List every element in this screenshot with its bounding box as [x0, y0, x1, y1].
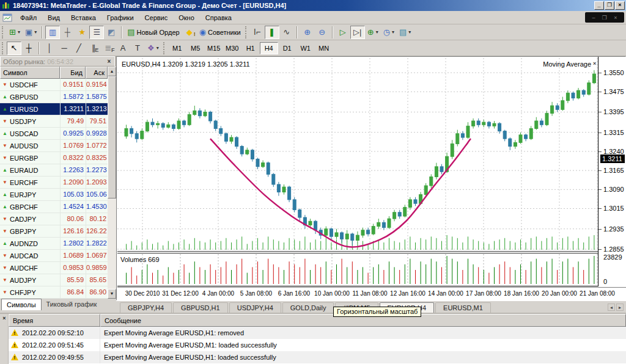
- symbol-row-audnzd[interactable]: ▲AUDNZD1.28021.2822: [0, 238, 108, 250]
- candlestick-button[interactable]: ❚: [265, 26, 279, 39]
- symbol-row-audcad[interactable]: ▼AUDCAD1.06891.0697: [0, 250, 108, 262]
- profiles-button[interactable]: ▣▾: [23, 26, 39, 39]
- chart-system-menu-icon[interactable]: [2, 13, 12, 22]
- fibonacci-button[interactable]: ≣F: [101, 42, 116, 55]
- auto-scroll-button[interactable]: ▷: [336, 26, 350, 39]
- symbol-row-euraud[interactable]: ▲EURAUD1.22631.2273: [0, 164, 108, 177]
- menu-вид[interactable]: Вид: [42, 12, 65, 23]
- log-row[interactable]: !2012.02.20 09:51:45Expert Moving Averag…: [9, 339, 626, 351]
- symbol-row-gbpusd[interactable]: ▲GBPUSD1.58721.5875: [0, 91, 108, 103]
- bar-chart-button[interactable]: ⅼ⌐: [250, 26, 265, 39]
- terminal-close-icon[interactable]: ×: [1, 315, 8, 322]
- child-window-controls[interactable]: – ❐ ×: [585, 12, 624, 23]
- market-watch-tab-tick-chart[interactable]: Тиковый график: [42, 299, 102, 310]
- tabs-scroll-right-icon[interactable]: ▸: [616, 304, 624, 311]
- symbol-row-usdchf[interactable]: ▼USDCHF0.91510.9154: [0, 79, 108, 91]
- menu-окно[interactable]: Окно: [173, 12, 200, 23]
- timeframe-m30[interactable]: M30: [223, 42, 241, 54]
- chart-shift-button[interactable]: ▷|: [350, 26, 365, 39]
- minimize-button[interactable]: _: [594, 1, 604, 10]
- column-header-bid[interactable]: Бид: [60, 67, 86, 79]
- zoom-in-button[interactable]: ⊕: [300, 26, 315, 39]
- chart-tab-gold-daily[interactable]: GOLD,Daily: [282, 302, 334, 313]
- timeframe-h4[interactable]: H4: [260, 42, 278, 54]
- chart-tab-eurusd-m1[interactable]: EURUSD,M1: [435, 302, 491, 313]
- toolbar-grip[interactable]: [163, 42, 166, 54]
- symbol-row-eurusd[interactable]: ▲EURUSD1.32111.3213: [0, 103, 108, 115]
- symbol-row-eurchf[interactable]: ▼EURCHF1.20901.2093: [0, 177, 108, 189]
- new-order-button[interactable]: ▤Новый Ордер: [125, 26, 182, 39]
- new-chart-button[interactable]: ⊞▾: [7, 26, 23, 39]
- templates-button[interactable]: ▤▾: [397, 26, 413, 39]
- timeframe-m15[interactable]: M15: [205, 42, 223, 54]
- log-row[interactable]: !2012.02.20 09:52:10Expert Moving Averag…: [9, 327, 626, 339]
- market-watch-tab-symbols[interactable]: Символы: [1, 299, 42, 310]
- column-header-time[interactable]: Время: [9, 314, 100, 327]
- terminal-toggle[interactable]: ☰: [89, 26, 104, 39]
- child-close-icon[interactable]: ×: [614, 15, 617, 21]
- symbol-row-usdjpy[interactable]: ▼USDJPY79.4979.51: [0, 115, 108, 128]
- dropdown-arrow-icon[interactable]: ▾: [408, 29, 411, 35]
- timeframe-d1[interactable]: D1: [278, 42, 296, 54]
- toolbar-grip[interactable]: [2, 42, 5, 54]
- symbol-row-audusd[interactable]: ▼AUDUSD1.07691.0772: [0, 140, 108, 152]
- toolbar-grip[interactable]: [2, 26, 5, 38]
- dropdown-arrow-icon[interactable]: ▾: [34, 29, 37, 35]
- price-scale[interactable]: 1.3211 1.35501.34751.33951.33151.32401.3…: [598, 57, 626, 286]
- chart-plot[interactable]: [117, 57, 598, 286]
- chart-tab-gbpjpy-h4[interactable]: GBPJPY,H4: [120, 302, 172, 313]
- symbol-row-gbpchf[interactable]: ▲GBPCHF1.45241.4530: [0, 201, 108, 213]
- data-window-button[interactable]: ┼: [60, 26, 75, 39]
- symbol-row-eurjpy[interactable]: ▲EURJPY105.03105.06: [0, 189, 108, 201]
- label-button[interactable]: T: [130, 42, 145, 55]
- maximize-button[interactable]: ❐: [605, 1, 614, 10]
- child-restore-icon[interactable]: ❐: [602, 15, 607, 21]
- symbol-row-audjpy[interactable]: ▼AUDJPY85.5985.65: [0, 274, 108, 286]
- channel-button[interactable]: ∥E: [86, 42, 101, 55]
- chart-tab-gbpusd-h1[interactable]: GBPUSD,H1: [173, 302, 228, 313]
- timeframe-h1[interactable]: H1: [241, 42, 260, 54]
- toolbar-grip[interactable]: [245, 26, 248, 38]
- time-scale[interactable]: 30 Dec 201031 Dec 12:004 Jan 00:005 Jan …: [117, 287, 626, 300]
- strategy-tester-button[interactable]: ◩: [104, 26, 119, 39]
- horizontal-line-button[interactable]: ─: [57, 42, 72, 55]
- symbol-row-gbpjpy[interactable]: ▼GBPJPY126.16126.22: [0, 225, 108, 238]
- vertical-line-button[interactable]: │: [42, 42, 57, 55]
- text-button[interactable]: A: [116, 42, 130, 55]
- menu-справка[interactable]: Справка: [200, 12, 237, 23]
- symbol-row-eurgbp[interactable]: ▼EURGBP0.83220.8325: [0, 152, 108, 164]
- trendline-button[interactable]: ╱: [72, 42, 86, 55]
- close-button[interactable]: ×: [615, 1, 625, 10]
- experts-button[interactable]: ◉Советники: [197, 26, 243, 39]
- dropdown-arrow-icon[interactable]: ▾: [156, 45, 159, 51]
- column-header-symbol[interactable]: Символ: [0, 67, 60, 79]
- column-header-ask[interactable]: Аск: [86, 67, 108, 79]
- dropdown-arrow-icon[interactable]: ▾: [392, 29, 394, 35]
- zoom-out-button[interactable]: ⊖: [315, 26, 330, 39]
- indicators-button[interactable]: ⊕▾: [365, 26, 381, 39]
- timeframe-w1[interactable]: W1: [296, 42, 315, 54]
- menu-сервис[interactable]: Сервис: [139, 12, 174, 23]
- timeframe-m5[interactable]: M5: [186, 42, 205, 54]
- market-watch-scrollbar[interactable]: ▲ ▼: [108, 67, 116, 299]
- menu-графики[interactable]: Графики: [101, 12, 139, 23]
- timeframe-mn[interactable]: MN: [315, 42, 333, 54]
- metaeditor-button[interactable]: ◆!: [182, 26, 197, 39]
- menu-вставка[interactable]: Вставка: [65, 12, 101, 23]
- dropdown-arrow-icon[interactable]: ▾: [376, 29, 378, 35]
- symbol-row-usdcad[interactable]: ▲USDCAD0.99250.9928: [0, 128, 108, 140]
- line-chart-button[interactable]: ∿: [279, 26, 294, 39]
- dropdown-arrow-icon[interactable]: ▾: [18, 29, 20, 35]
- scroll-up-icon[interactable]: ▲: [108, 67, 116, 76]
- market-watch-close-icon[interactable]: ×: [105, 58, 113, 65]
- child-minimize-icon[interactable]: –: [592, 15, 595, 21]
- timeframe-m1[interactable]: M1: [168, 42, 186, 54]
- log-row[interactable]: !2012.02.20 09:49:55Expert Moving Averag…: [9, 351, 626, 363]
- market-watch-toggle[interactable]: ▥: [45, 26, 60, 39]
- symbol-row-chfjpy[interactable]: ▼CHFJPY86.8486.90: [0, 286, 108, 299]
- navigator-toggle[interactable]: ★: [75, 26, 89, 39]
- tabs-scroll-left-icon[interactable]: ◂: [608, 304, 615, 311]
- chart-tab-usdjpy-h4[interactable]: USDJPY,H4: [229, 302, 281, 313]
- scroll-down-icon[interactable]: ▼: [108, 289, 116, 299]
- crosshair-button[interactable]: ┼: [21, 42, 36, 55]
